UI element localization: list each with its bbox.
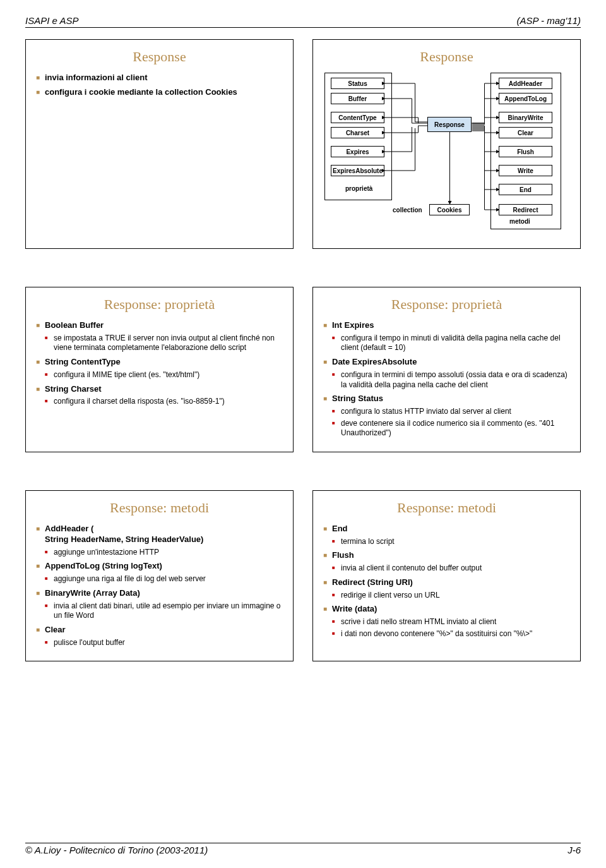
page-footer: © A.Lioy - Politecnico di Torino (2003-2…	[25, 843, 581, 855]
row-1: Response invia informazioni al client co…	[25, 39, 581, 249]
sub-bullet: termina lo script	[323, 537, 570, 547]
box-flush: Flush	[499, 146, 552, 157]
label-metodi: metodi	[509, 218, 530, 225]
box-charset: Charset	[331, 127, 384, 138]
sub-bullet: configura lo status HTTP inviato dal ser…	[323, 407, 570, 417]
slide-proprieta-2: Response: proprietà Int Expires configur…	[312, 287, 581, 452]
page: ISAPI e ASP (ASP - mag'11) Response invi…	[0, 0, 606, 868]
box-expires: Expires	[331, 146, 384, 157]
page-header: ISAPI e ASP (ASP - mag'11)	[25, 15, 581, 28]
slide-title: Response: proprietà	[323, 296, 570, 313]
row-2: Response: proprietà Boolean Buffer se im…	[25, 287, 581, 452]
header-right: (ASP - mag'11)	[516, 15, 581, 26]
sub-bullet: redirige il client verso un URL	[323, 591, 570, 601]
bullet: Int Expires	[323, 320, 570, 331]
sub-bullet: invia al client dati binari, utile ad es…	[36, 601, 283, 621]
slide-response-intro: Response invia informazioni al client co…	[25, 39, 294, 249]
sub-bullet: deve contenere sia il codice numerico si…	[323, 419, 570, 438]
slide-metodi-1: Response: metodi AddHeader ( String Head…	[25, 490, 294, 661]
sub-bullet: configura il tempo in minuti di validità…	[323, 334, 570, 353]
box-binarywrite: BinaryWrite	[499, 112, 552, 123]
box-contenttype: ContentType	[331, 112, 384, 123]
box-buffer: Buffer	[331, 93, 384, 104]
box-end: End	[499, 184, 552, 195]
bullet: Flush	[323, 550, 570, 561]
bullet: configura i cookie mediante la collectio…	[36, 87, 283, 98]
footer-left: © A.Lioy - Politecnico di Torino (2003-2…	[25, 845, 208, 855]
bullet: AddHeader ( String HeaderName, String He…	[36, 524, 283, 545]
box-clear: Clear	[499, 127, 552, 138]
slide-title: Response: proprietà	[36, 296, 283, 313]
slide-title: Response	[36, 49, 283, 65]
sub-bullet: i dati non devono contenere "%>" da sost…	[323, 629, 570, 639]
box-expiresabs: ExpiresAbsolute	[331, 165, 384, 176]
bullet: End	[323, 524, 570, 534]
bullet: Write (data)	[323, 604, 570, 615]
box-status: Status	[331, 78, 384, 89]
bullet: String ContentType	[36, 357, 283, 368]
box-write: Write	[499, 165, 552, 176]
header-left: ISAPI e ASP	[25, 15, 79, 26]
bullet: AppendToLog (String logText)	[36, 561, 283, 572]
footer-right: J-6	[567, 845, 581, 855]
sub-bullet: se impostata a TRUE il server non invia …	[36, 334, 283, 353]
sub-bullet: aggiunge un'intestazione HTTP	[36, 548, 283, 558]
label-collection: collection	[393, 207, 422, 214]
bullet: Date ExpiresAbsolute	[323, 357, 570, 368]
label-proprieta: proprietà	[345, 185, 372, 192]
bullet: Clear	[36, 625, 283, 636]
sub-bullet: invia al client il contenuto del buffer …	[323, 564, 570, 574]
diagram: Status Buffer ContentType Charset Expire…	[323, 73, 570, 237]
bullet: Boolean Buffer	[36, 320, 283, 331]
bullet: invia informazioni al client	[36, 73, 283, 83]
slide-title: Response	[323, 49, 570, 65]
box-cookies: Cookies	[429, 204, 470, 215]
sub-bullet: pulisce l'output buffer	[36, 638, 283, 648]
slide-title: Response: metodi	[323, 500, 570, 516]
bullet: String Status	[323, 394, 570, 404]
sub-bullet: scrive i dati nello stream HTML inviato …	[323, 617, 570, 627]
slide-response-diagram: Response Status Buffer ContentType Chars…	[312, 39, 581, 249]
box-response-center: Response	[427, 117, 472, 132]
box-addheader: AddHeader	[499, 78, 552, 89]
sub-bullet: configura in termini di tempo assoluti (…	[323, 370, 570, 390]
bullet: String Charset	[36, 384, 283, 395]
bullet: Redirect (String URI)	[323, 577, 570, 588]
box-redirect: Redirect	[499, 204, 552, 215]
sub-bullet: configura il MIME tipe client (es. "text…	[36, 370, 283, 380]
sub-bullet: aggiunge una riga al file di log del web…	[36, 574, 283, 584]
slide-metodi-2: Response: metodi End termina lo script F…	[312, 490, 581, 661]
sub-bullet: configura il charset della risposta (es.…	[36, 397, 283, 407]
row-3: Response: metodi AddHeader ( String Head…	[25, 490, 581, 661]
slide-proprieta-1: Response: proprietà Boolean Buffer se im…	[25, 287, 294, 452]
slide-title: Response: metodi	[36, 500, 283, 516]
bullet: BinaryWrite (Array Data)	[36, 588, 283, 599]
box-appendtolog: AppendToLog	[499, 93, 552, 104]
